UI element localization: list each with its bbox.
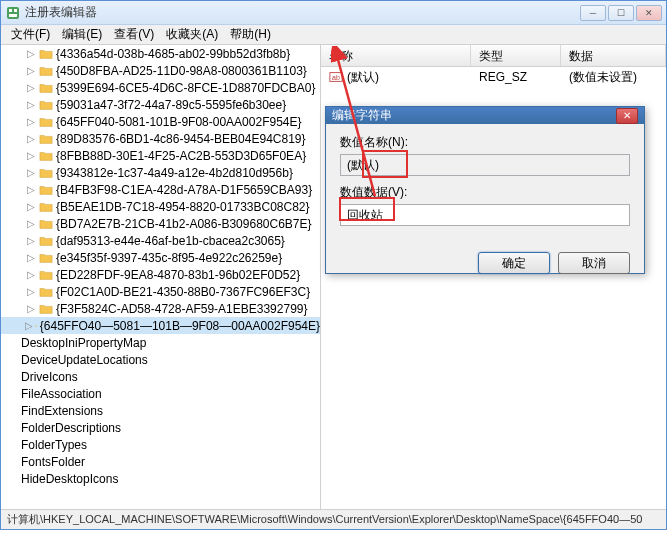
svg-text:ab: ab <box>332 74 340 81</box>
tree-item[interactable]: ▷{F02C1A0D-BE21-4350-88B0-7367FC96EF3C} <box>1 283 320 300</box>
tree-label: FolderDescriptions <box>21 421 121 435</box>
expander-icon[interactable]: ▷ <box>25 150 37 161</box>
dialog-close-button[interactable]: ✕ <box>616 108 638 124</box>
tree-item[interactable]: ▷{5399E694-6CE5-4D6C-8FCE-1D8870FDCBA0} <box>1 79 320 96</box>
list-row[interactable]: ab (默认) REG_SZ (数值未设置) <box>321 67 666 87</box>
tree-label: {645FF040-5081-101B-9F08-00AA002F954E} <box>56 115 302 129</box>
edit-string-dialog: 编辑字符串 ✕ 数值名称(N): 数值数据(V): 确定 取消 <box>325 106 645 274</box>
tree-item[interactable]: ▷{F3F5824C-AD58-4728-AF59-A1EBE3392799} <box>1 300 320 317</box>
name-label: 数值名称(N): <box>340 134 630 151</box>
tree-item[interactable]: ▷{450D8FBA-AD25-11D0-98A8-0800361B1103} <box>1 62 320 79</box>
tree-label: FindExtensions <box>21 404 103 418</box>
expander-icon[interactable]: ▷ <box>25 116 37 127</box>
expander-icon[interactable]: ▷ <box>25 252 37 263</box>
regedit-icon <box>5 5 21 21</box>
tree-label: DesktopIniPropertyMap <box>21 336 146 350</box>
tree-label: FontsFolder <box>21 455 85 469</box>
expander-icon[interactable]: ▷ <box>25 218 37 229</box>
col-data[interactable]: 数据 <box>561 45 666 66</box>
menu-help[interactable]: 帮助(H) <box>224 24 277 45</box>
svg-rect-2 <box>14 9 17 12</box>
tree-item[interactable]: DesktopIniPropertyMap <box>1 334 320 351</box>
tree-item[interactable]: DeviceUpdateLocations <box>1 351 320 368</box>
svg-rect-3 <box>9 14 17 17</box>
expander-icon[interactable]: ▷ <box>25 82 37 93</box>
data-label: 数值数据(V): <box>340 184 630 201</box>
value-data: (数值未设置) <box>561 69 666 86</box>
menu-view[interactable]: 查看(V) <box>108 24 160 45</box>
menubar: 文件(F) 编辑(E) 查看(V) 收藏夹(A) 帮助(H) <box>1 25 666 45</box>
menu-edit[interactable]: 编辑(E) <box>56 24 108 45</box>
dialog-body: 数值名称(N): 数值数据(V): <box>326 124 644 244</box>
tree-item[interactable]: FontsFolder <box>1 453 320 470</box>
maximize-button[interactable]: ☐ <box>608 5 634 21</box>
status-path: 计算机\HKEY_LOCAL_MACHINE\SOFTWARE\Microsof… <box>7 512 642 527</box>
expander-icon[interactable]: ▷ <box>25 303 37 314</box>
window-title: 注册表编辑器 <box>25 4 580 21</box>
expander-icon[interactable]: ▷ <box>25 184 37 195</box>
tree-label: {F02C1A0D-BE21-4350-88B0-7367FC96EF3C} <box>56 285 310 299</box>
tree-item[interactable]: ▷{4336a54d-038b-4685-ab02-99bb52d3fb8b} <box>1 45 320 62</box>
tree-item[interactable]: DriveIcons <box>1 368 320 385</box>
tree-item[interactable]: ▷{ED228FDF-9EA8-4870-83b1-96b02EF0D52} <box>1 266 320 283</box>
tree-label: DeviceUpdateLocations <box>21 353 148 367</box>
tree-label: {F3F5824C-AD58-4728-AF59-A1EBE3392799} <box>56 302 308 316</box>
tree-item[interactable]: ▷{89D83576-6BD1-4c86-9454-BEB04E94C819} <box>1 130 320 147</box>
tree-label: {645FFO40—5081—101B—9F08—00AA002F954E} <box>40 319 320 333</box>
col-type[interactable]: 类型 <box>471 45 561 66</box>
close-button[interactable]: ✕ <box>636 5 662 21</box>
statusbar: 计算机\HKEY_LOCAL_MACHINE\SOFTWARE\Microsof… <box>1 509 666 529</box>
value-name: (默认) <box>347 69 379 86</box>
tree-item[interactable]: ▷{e345f35f-9397-435c-8f95-4e922c26259e} <box>1 249 320 266</box>
tree-label: {ED228FDF-9EA8-4870-83b1-96b02EF0D52} <box>56 268 300 282</box>
expander-icon[interactable]: ▷ <box>25 65 37 76</box>
tree-item[interactable]: ▷{59031a47-3f72-44a7-89c5-5595fe6b30ee} <box>1 96 320 113</box>
name-input <box>340 154 630 176</box>
tree-item[interactable]: FolderDescriptions <box>1 419 320 436</box>
tree-item[interactable]: ▷{B4FB3F98-C1EA-428d-A78A-D1F5659CBA93} <box>1 181 320 198</box>
col-name[interactable]: 名称 <box>321 45 471 66</box>
tree-item[interactable]: ▷{645FF040-5081-101B-9F08-00AA002F954E} <box>1 113 320 130</box>
tree-item[interactable]: FileAssociation <box>1 385 320 402</box>
cancel-button[interactable]: 取消 <box>558 252 630 274</box>
tree-label: {4336a54d-038b-4685-ab02-99bb52d3fb8b} <box>56 47 290 61</box>
expander-icon[interactable]: ▷ <box>25 167 37 178</box>
window-controls: ─ ☐ ✕ <box>580 5 662 21</box>
tree-item[interactable]: ▷{BD7A2E7B-21CB-41b2-A086-B309680C6B7E} <box>1 215 320 232</box>
menu-favorites[interactable]: 收藏夹(A) <box>160 24 224 45</box>
tree-item[interactable]: ▷{8FBB88D-30E1-4F25-AC2B-553D3D65F0EA} <box>1 147 320 164</box>
tree-label: {e345f35f-9397-435c-8f95-4e922c26259e} <box>56 251 282 265</box>
titlebar: 注册表编辑器 ─ ☐ ✕ <box>1 1 666 25</box>
tree-item[interactable]: FolderTypes <box>1 436 320 453</box>
ok-button[interactable]: 确定 <box>478 252 550 274</box>
expander-icon[interactable]: ▷ <box>25 286 37 297</box>
tree-item[interactable]: ▷{645FFO40—5081—101B—9F08—00AA002F954E} <box>1 317 320 334</box>
tree-item[interactable]: ▷{9343812e-1c37-4a49-a12e-4b2d810d956b} <box>1 164 320 181</box>
tree-label: {5399E694-6CE5-4D6C-8FCE-1D8870FDCBA0} <box>56 81 315 95</box>
tree-label: DriveIcons <box>21 370 78 384</box>
expander-icon[interactable]: ▷ <box>25 201 37 212</box>
tree-label: {9343812e-1c37-4a49-a12e-4b2d810d956b} <box>56 166 293 180</box>
expander-icon[interactable]: ▷ <box>25 99 37 110</box>
svg-rect-0 <box>7 7 19 19</box>
expander-icon[interactable]: ▷ <box>25 133 37 144</box>
tree-label: FolderTypes <box>21 438 87 452</box>
tree-label: {BD7A2E7B-21CB-41b2-A086-B309680C6B7E} <box>56 217 312 231</box>
tree-label: {B5EAE1DB-7C18-4954-8820-01733BC08C82} <box>56 200 310 214</box>
tree-item[interactable]: HideDesktopIcons <box>1 470 320 487</box>
minimize-button[interactable]: ─ <box>580 5 606 21</box>
expander-icon[interactable]: ▷ <box>25 235 37 246</box>
expander-icon[interactable]: ▷ <box>25 269 37 280</box>
tree-label: {daf95313-e44e-46af-be1b-cbacea2c3065} <box>56 234 285 248</box>
tree-panel[interactable]: ▷{4336a54d-038b-4685-ab02-99bb52d3fb8b}▷… <box>1 45 321 509</box>
tree-label: {450D8FBA-AD25-11D0-98A8-0800361B1103} <box>56 64 307 78</box>
tree-item[interactable]: FindExtensions <box>1 402 320 419</box>
data-input[interactable] <box>340 204 630 226</box>
tree-item[interactable]: ▷{B5EAE1DB-7C18-4954-8820-01733BC08C82} <box>1 198 320 215</box>
tree-item[interactable]: ▷{daf95313-e44e-46af-be1b-cbacea2c3065} <box>1 232 320 249</box>
list-header: 名称 类型 数据 <box>321 45 666 67</box>
dialog-titlebar[interactable]: 编辑字符串 ✕ <box>326 107 644 124</box>
expander-icon[interactable]: ▷ <box>25 320 33 331</box>
expander-icon[interactable]: ▷ <box>25 48 37 59</box>
menu-file[interactable]: 文件(F) <box>5 24 56 45</box>
